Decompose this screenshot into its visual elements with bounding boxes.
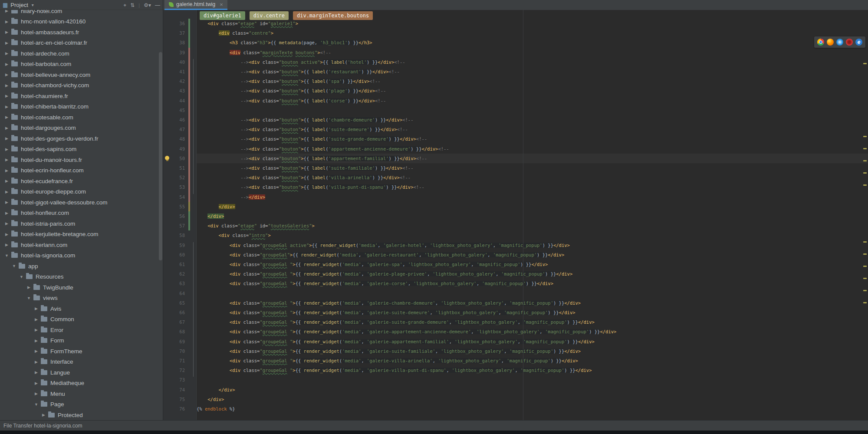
tag-chip-div-galerie1[interactable]: div#galerie1 (200, 11, 245, 20)
code-editor[interactable]: 3637383940414243444546474849505152535455… (163, 10, 868, 420)
tree-item-hotel-des-gorges-du-verdon-fr[interactable]: ▶hotel-des-gorges-du-verdon.fr (0, 133, 163, 144)
warning-stripe-mark[interactable] (863, 172, 867, 174)
code-line-58[interactable]: <div class="intro"> (197, 230, 868, 240)
tree-item-hotel-la-signoria-com[interactable]: ▼hotel-la-signoria.com (0, 250, 163, 261)
chevron-collapsed-icon[interactable]: ▶ (34, 328, 39, 332)
chevron-collapsed-icon[interactable]: ▶ (4, 51, 9, 56)
code-line-47[interactable]: --><div class="bouton">{{ label('suite-d… (197, 125, 868, 134)
code-line-74[interactable]: </div> (197, 385, 868, 395)
tree-item-hotel-honfleur-com[interactable]: ▶hotel-honfleur.com (0, 208, 163, 219)
code-line-57[interactable]: <div class="etape" id="toutesGaleries"> (197, 221, 868, 230)
tree-item-hotel-chambord-vichy-com[interactable]: ▶hotel-chambord-vichy.com (0, 80, 163, 91)
code-line-72[interactable]: <div class="groupeGal ">{{ render_widget… (197, 365, 868, 375)
chevron-collapsed-icon[interactable]: ▶ (4, 30, 9, 34)
close-icon[interactable]: × (220, 1, 223, 8)
chevron-collapsed-icon[interactable]: ▶ (4, 105, 9, 109)
chevron-collapsed-icon[interactable]: ▶ (34, 381, 39, 385)
code-line-73[interactable] (197, 375, 868, 385)
tree-item-hotel-du-manoir-tours-fr[interactable]: ▶hotel-du-manoir-tours.fr (0, 155, 163, 165)
code-line-65[interactable]: <div class="groupeGal ">{{ render_widget… (197, 298, 868, 308)
chevron-collapsed-icon[interactable]: ▶ (4, 136, 9, 141)
warning-stripe-mark[interactable] (863, 278, 867, 279)
chevron-collapsed-icon[interactable]: ▶ (34, 349, 39, 353)
tree-item-hotel-barbotan-com[interactable]: ▶hotel-barbotan.com (0, 59, 163, 70)
chevron-expanded-icon[interactable]: ▼ (4, 253, 9, 258)
code-line-69[interactable]: <div class="groupeGal ">{{ render_widget… (197, 337, 868, 346)
chevron-collapsed-icon[interactable]: ▶ (41, 413, 46, 417)
code-line-50[interactable]: --><div class="bouton">{{ label('apparte… (197, 154, 868, 163)
chrome-icon[interactable] (817, 39, 824, 46)
tree-item-hmc-mont-vallon-420160[interactable]: ▶hmc-mont-vallon-420160 (0, 16, 163, 27)
tree-item-hotel-gigot-vallee-dessoubre-com[interactable]: ▶hotel-gigot-vallee-dessoubre.com (0, 197, 163, 208)
fold-region-guide[interactable] (193, 59, 194, 194)
tree-item-hotel-cotesable-com[interactable]: ▶hotel-cotesable.com (0, 112, 163, 123)
tree-item-error[interactable]: ▶Error (0, 325, 163, 335)
tree-item-hotel-kerlann-com[interactable]: ▶hotel-kerlann.com (0, 240, 163, 250)
chevron-collapsed-icon[interactable]: ▶ (4, 200, 9, 204)
code-line-41[interactable]: --><div class="bouton">{{ label('restaur… (197, 67, 868, 76)
code-line-67[interactable]: <div class="groupeGal ">{{ render_widget… (197, 317, 868, 327)
tree-item-page[interactable]: ▼Page (0, 399, 163, 410)
code-line-49[interactable]: --><div class="bouton">{{ label('apparte… (197, 144, 868, 154)
code-line-51[interactable]: --><div class="bouton">{{ label('suite-f… (197, 163, 868, 173)
code-line-46[interactable]: --><div class="bouton">{{ label('chambre… (197, 115, 868, 125)
tab-galerie-html-twig[interactable]: galerie.html.twig × (164, 0, 227, 10)
code-line-52[interactable]: --><div class="bouton">{{ label('villa-a… (197, 173, 868, 182)
code-line-64[interactable] (197, 289, 868, 298)
tree-item-hotel-chiberta-biarritz-com[interactable]: ▶hotel-chiberta-biarritz.com (0, 102, 163, 112)
hide-icon[interactable]: — (155, 2, 160, 8)
tree-item-twigbundle[interactable]: ▶TwigBundle (0, 282, 163, 293)
firefox-icon[interactable] (827, 39, 834, 46)
chevron-expanded-icon[interactable]: ▼ (12, 264, 16, 268)
tree-item-hotel-ambassadeurs-fr[interactable]: ▶hotel-ambassadeurs.fr (0, 27, 163, 38)
tree-item-hotel-ecrin-honfleur-com[interactable]: ▶hotel-ecrin-honfleur.com (0, 165, 163, 176)
tree-item-hotel-arc-en-ciel-colmar-fr[interactable]: ▶hotel-arc-en-ciel-colmar.fr (0, 38, 163, 49)
chevron-collapsed-icon[interactable]: ▶ (4, 168, 9, 173)
tree-item-hotel-ardeche-com[interactable]: ▶hotel-ardeche.com (0, 48, 163, 59)
warning-stripe-mark[interactable] (863, 241, 867, 243)
intention-lightbulb-icon[interactable] (165, 156, 169, 160)
code-line-45[interactable] (197, 105, 868, 115)
warning-stripe-mark[interactable] (863, 302, 867, 303)
chevron-collapsed-icon[interactable]: ▶ (4, 62, 9, 66)
collapse-all-icon[interactable]: ⇅ (130, 2, 135, 8)
tree-item-protected[interactable]: ▶Protected (0, 410, 163, 420)
code-line-53[interactable]: --><div class="bouton">{{ label('villa-p… (197, 182, 868, 192)
tree-item-hotel-dargouges-com[interactable]: ▶hotel-dargouges.com (0, 123, 163, 134)
warning-stripe-mark[interactable] (863, 63, 867, 64)
code-line-56[interactable]: </div> (197, 211, 868, 221)
code-line-54[interactable]: --></div> (197, 192, 868, 202)
code-line-36[interactable]: <div class="etape" id="galerie1"> (197, 19, 868, 28)
chevron-collapsed-icon[interactable]: ▶ (4, 126, 9, 130)
tree-item-hotel-chaumiere-fr[interactable]: ▶hotel-chaumiere.fr (0, 91, 163, 102)
ie-icon[interactable]: e (855, 39, 862, 46)
tree-item-interface[interactable]: ▶Interface (0, 357, 163, 368)
opera-icon[interactable] (846, 39, 853, 46)
chevron-collapsed-icon[interactable]: ▶ (4, 158, 9, 162)
chevron-collapsed-icon[interactable]: ▶ (4, 83, 9, 88)
tree-item-resources[interactable]: ▼Resources (0, 272, 163, 283)
locate-icon[interactable]: ⌖ (124, 2, 127, 8)
panel-splitter[interactable] (163, 0, 163, 420)
code-line-71[interactable]: <div class="groupeGal ">{{ render_widget… (197, 356, 868, 365)
chevron-expanded-icon[interactable]: ▼ (34, 402, 39, 407)
code-line-59[interactable]: <div class="groupeGal active">{{ render_… (197, 240, 868, 250)
code-line-43[interactable]: --><div class="bouton">{{ label('plage')… (197, 86, 868, 95)
tree-item-app[interactable]: ▼app (0, 261, 163, 272)
warning-stripe-mark[interactable] (863, 184, 867, 186)
tag-chip-div-centre[interactable]: div.centre (250, 11, 289, 20)
safari-icon[interactable] (836, 39, 843, 46)
warning-stripe-mark[interactable] (863, 290, 867, 291)
tree-item-hotel-bellevue-annecy-com[interactable]: ▶hotel-bellevue-annecy.com (0, 69, 163, 80)
chevron-collapsed-icon[interactable]: ▶ (4, 232, 9, 237)
code-line-70[interactable]: <div class="groupeGal ">{{ render_widget… (197, 346, 868, 356)
chevron-expanded-icon[interactable]: ▼ (26, 296, 31, 300)
code-line-61[interactable]: <div class="groupeGal ">{{ render_widget… (197, 260, 868, 269)
chevron-collapsed-icon[interactable]: ▶ (4, 211, 9, 215)
chevron-collapsed-icon[interactable]: ▶ (34, 317, 39, 322)
tree-item-langue[interactable]: ▶Langue (0, 367, 163, 378)
chevron-collapsed-icon[interactable]: ▶ (4, 147, 9, 151)
chevron-collapsed-icon[interactable]: ▶ (34, 360, 39, 364)
code-line-66[interactable]: <div class="groupeGal ">{{ render_widget… (197, 308, 868, 317)
chevron-collapsed-icon[interactable]: ▶ (4, 190, 9, 194)
